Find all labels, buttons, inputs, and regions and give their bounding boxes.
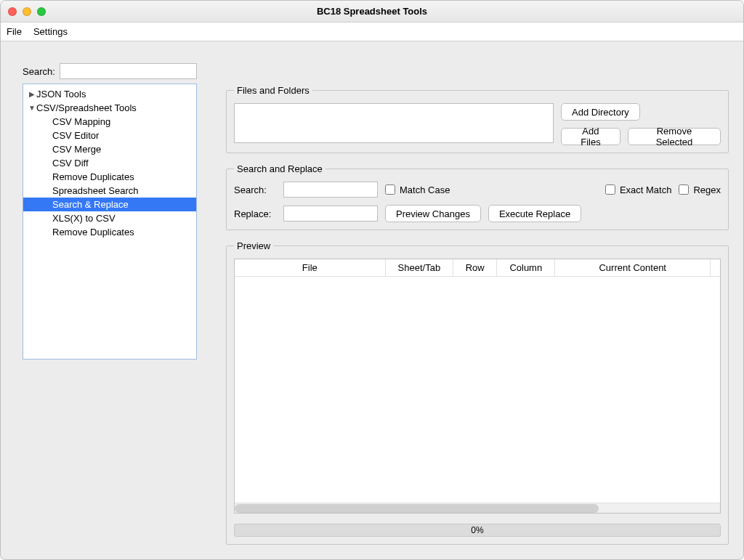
add-directory-button[interactable]: Add Directory (561, 103, 640, 121)
files-buttons: Add Directory Add Files Remove Selected (561, 103, 721, 145)
window-controls (8, 7, 46, 16)
sidebar-search-row: Search: (23, 63, 197, 79)
exact-match-checkbox[interactable]: Exact Match (605, 184, 672, 195)
exact-match-input[interactable] (605, 184, 615, 195)
tree-label: CSV Merge (52, 144, 101, 155)
progress-text: 0% (471, 525, 483, 535)
preview-table: File Sheet/Tab Row Column Current Conten… (234, 259, 721, 514)
chevron-down-icon: ▼ (28, 104, 36, 112)
col-current-content[interactable]: Current Content (555, 259, 711, 277)
tree-item-remove-duplicates-1[interactable]: Remove Duplicates (23, 170, 196, 184)
tree-item-spreadsheet-search[interactable]: Spreadsheet Search (23, 184, 196, 198)
match-case-checkbox[interactable]: Match Case (385, 184, 450, 195)
col-extra[interactable] (711, 259, 720, 277)
execute-replace-button[interactable]: Execute Replace (488, 205, 581, 222)
tree-item-csv-editor[interactable]: CSV Editor (23, 129, 196, 142)
tree-item-csv-mapping[interactable]: CSV Mapping (23, 115, 196, 129)
tree-label: CSV/Spreadsheet Tools (36, 102, 137, 113)
scrollbar-thumb[interactable] (235, 504, 599, 513)
sr-search-row: Search: Match Case Exact Match Regex (234, 182, 721, 198)
tree-label: Search & Replace (52, 199, 129, 210)
tree-label: CSV Editor (52, 130, 99, 141)
sr-panel-legend: Search and Replace (234, 163, 326, 174)
tree-item-csv-merge[interactable]: CSV Merge (23, 142, 196, 156)
content: Search: ▶ JSON Tools ▼ CSV/Spreadsheet T… (1, 41, 743, 559)
remove-selected-button[interactable]: Remove Selected (628, 128, 721, 145)
window-title: BC18 Spreadsheet Tools (1, 6, 743, 17)
col-sheet-tab[interactable]: Sheet/Tab (385, 259, 453, 277)
preview-panel-legend: Preview (234, 240, 273, 251)
files-panel-legend: Files and Folders (234, 85, 312, 96)
sr-search-input[interactable] (283, 182, 378, 198)
sidebar-search-label: Search: (23, 66, 55, 77)
progress-bar: 0% (234, 524, 721, 537)
col-column[interactable]: Column (497, 259, 555, 277)
files-list[interactable] (234, 103, 554, 143)
search-and-replace-panel: Search and Replace Search: Match Case Ex… (226, 163, 729, 230)
regex-label: Regex (693, 184, 721, 195)
app-window: BC18 Spreadsheet Tools File Settings Sea… (0, 0, 744, 560)
preview-panel: Preview File Sheet/Tab Row Column (226, 240, 729, 545)
sr-replace-input[interactable] (283, 206, 378, 222)
close-icon[interactable] (8, 7, 17, 16)
files-and-folders-panel: Files and Folders Add Directory Add File… (226, 85, 729, 153)
preview-table-header: File Sheet/Tab Row Column Current Conten… (235, 259, 720, 277)
chevron-right-icon: ▶ (28, 90, 36, 98)
minimize-icon[interactable] (23, 7, 31, 16)
sr-replace-row: Replace: Preview Changes Execute Replace (234, 205, 721, 222)
menubar: File Settings (1, 23, 743, 41)
tree-label: CSV Mapping (52, 116, 110, 127)
regex-input[interactable] (679, 184, 689, 195)
tree-label: Spreadsheet Search (52, 185, 139, 196)
add-files-button[interactable]: Add Files (561, 128, 620, 145)
menu-file[interactable]: File (7, 26, 22, 37)
tree-node-json-tools[interactable]: ▶ JSON Tools (23, 87, 196, 101)
right-pane: Files and Folders Add Directory Add File… (226, 85, 729, 545)
tree-item-search-replace[interactable]: Search & Replace (23, 198, 196, 211)
zoom-icon[interactable] (37, 7, 46, 16)
tool-tree[interactable]: ▶ JSON Tools ▼ CSV/Spreadsheet Tools CSV… (23, 84, 197, 360)
tree-label: JSON Tools (36, 89, 86, 100)
preview-table-body[interactable] (235, 277, 720, 503)
tree-label: Remove Duplicates (52, 227, 134, 238)
table-header-row: File Sheet/Tab Row Column Current Conten… (235, 259, 720, 277)
sr-replace-label: Replace: (234, 208, 276, 219)
preview-changes-button[interactable]: Preview Changes (385, 205, 481, 222)
regex-checkbox[interactable]: Regex (679, 184, 721, 195)
exact-match-label: Exact Match (620, 184, 672, 195)
tree-label: CSV Diff (52, 158, 89, 169)
tree-label: XLS(X) to CSV (52, 213, 116, 224)
left-pane: Search: ▶ JSON Tools ▼ CSV/Spreadsheet T… (23, 63, 197, 545)
tree-item-csv-diff[interactable]: CSV Diff (23, 156, 196, 170)
sidebar-search-input[interactable] (60, 63, 197, 79)
sr-search-label: Search: (234, 184, 276, 195)
titlebar: BC18 Spreadsheet Tools (1, 1, 743, 23)
col-row[interactable]: Row (453, 259, 497, 277)
horizontal-scrollbar[interactable] (235, 503, 720, 513)
files-body: Add Directory Add Files Remove Selected (234, 103, 721, 145)
match-case-label: Match Case (400, 184, 450, 195)
tree-label: Remove Duplicates (52, 171, 134, 182)
tree-node-csv-tools[interactable]: ▼ CSV/Spreadsheet Tools (23, 101, 196, 115)
match-case-input[interactable] (385, 184, 395, 195)
tree-item-remove-duplicates-2[interactable]: Remove Duplicates (23, 225, 196, 239)
menu-settings[interactable]: Settings (33, 26, 68, 37)
tree-item-xlsx-to-csv[interactable]: XLS(X) to CSV (23, 211, 196, 225)
col-file[interactable]: File (235, 259, 385, 277)
